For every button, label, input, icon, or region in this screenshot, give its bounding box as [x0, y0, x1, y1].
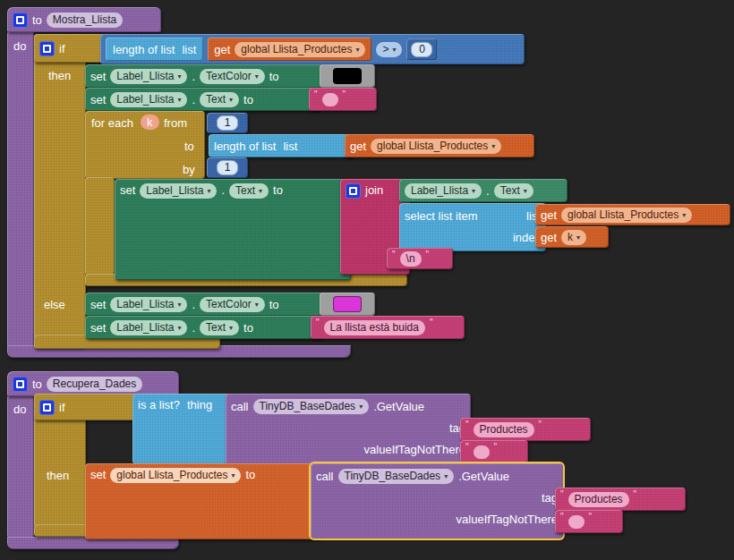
- by-label: by: [183, 163, 195, 176]
- dropdown-arrow-icon: ▾: [177, 70, 181, 83]
- then-label: then: [47, 469, 69, 482]
- component-dropdown[interactable]: Label_Llista ▾: [110, 92, 187, 107]
- color-block[interactable]: [320, 293, 375, 316]
- text-value-field[interactable]: Productes: [474, 422, 534, 437]
- length-of-list-block[interactable]: length of list list: [106, 38, 203, 61]
- method-label: .GetValue: [458, 470, 509, 483]
- empty-text-field[interactable]: [474, 445, 490, 459]
- text-string-block[interactable]: " Productes ": [460, 418, 591, 441]
- number-value[interactable]: 1: [217, 160, 238, 175]
- empty-text-field[interactable]: [322, 93, 338, 106]
- call-getvalue-block[interactable]: call TinyDB_BaseDades ▾ .GetValue tag va…: [226, 394, 471, 465]
- get-label: get: [350, 140, 366, 153]
- text-value-field[interactable]: Productes: [568, 492, 629, 507]
- empty-text-field[interactable]: [568, 515, 585, 529]
- text-value-field[interactable]: \n: [400, 251, 422, 267]
- set-property-block[interactable]: set Label_Llista ▾ . TextColor ▾ to: [85, 64, 330, 88]
- component-dropdown[interactable]: Label_Llista ▾: [110, 320, 187, 335]
- loop-variable-field[interactable]: k: [141, 115, 159, 130]
- procedure-name-field[interactable]: Recupera_Dades: [47, 377, 142, 392]
- mutator-icon[interactable]: [39, 41, 55, 56]
- get-variable-block[interactable]: get global Llista_Productes ▾: [535, 204, 730, 225]
- if-block-header[interactable]: if: [34, 394, 143, 420]
- set-property-block[interactable]: set Label_Llista ▾ . Text ▾ to: [85, 316, 321, 339]
- property-dropdown[interactable]: TextColor ▾: [200, 297, 265, 312]
- if-label: if: [59, 401, 65, 414]
- mutator-icon[interactable]: [39, 400, 55, 415]
- operator-dropdown[interactable]: > ▾: [376, 42, 402, 57]
- mutator-icon[interactable]: [346, 183, 361, 199]
- foreach-do-spine[interactable]: [85, 177, 115, 276]
- get-variable-block[interactable]: get k ▾: [535, 226, 609, 248]
- number-block[interactable]: 1: [207, 157, 248, 178]
- procedure-name-field[interactable]: Mostra_Llista: [47, 13, 123, 28]
- is-a-list-label: is a list?: [138, 398, 180, 412]
- blocks-canvas[interactable]: to Mostra_Llista do if then else length …: [0, 0, 734, 560]
- component-name: Label_Llista: [116, 70, 174, 83]
- thing-param-label: thing: [187, 398, 212, 412]
- proc-mostra-body-spine[interactable]: [7, 30, 34, 351]
- text-string-block[interactable]: " ": [460, 440, 528, 463]
- property-dropdown[interactable]: Text ▾: [200, 92, 239, 107]
- number-value[interactable]: 1: [217, 115, 238, 131]
- set-label: set: [90, 321, 106, 335]
- close-quote: ": [343, 89, 346, 99]
- get-variable-block[interactable]: get global Llista_Productes ▾: [345, 134, 534, 157]
- property-name: Text: [235, 184, 255, 198]
- text-value-field[interactable]: La llista està buida: [324, 320, 425, 335]
- is-a-list-block[interactable]: is a list? thing: [132, 394, 236, 464]
- set-property-block[interactable]: set Label_Llista ▾ . TextColor ▾ to: [85, 293, 330, 316]
- property-dropdown[interactable]: Text ▾: [494, 183, 533, 199]
- number-block[interactable]: 0: [406, 38, 437, 60]
- set-property-block[interactable]: set Label_Llista ▾ . Text ▾ to: [115, 179, 351, 280]
- length-of-list-block[interactable]: length of list list: [209, 134, 354, 157]
- set-global-variable-block[interactable]: set global Llista_Productes ▾ to: [85, 463, 321, 539]
- call-label: call: [231, 400, 249, 413]
- proc-recupera-header[interactable]: to Recupera_Dades: [7, 371, 179, 396]
- foreach-block[interactable]: for each k from to by: [85, 111, 205, 179]
- valueiftagnotthere-param-label: valueIfTagNotThere: [457, 513, 558, 526]
- comparison-block[interactable]: length of list list get global Llista_Pr…: [100, 34, 525, 64]
- mutator-icon[interactable]: [13, 13, 28, 28]
- variable-dropdown[interactable]: k ▾: [561, 230, 586, 245]
- dropdown-arrow-icon: ▾: [355, 43, 359, 56]
- text-string-block[interactable]: " La llista està buida ": [311, 316, 465, 339]
- text-string-block[interactable]: " ": [555, 510, 623, 533]
- component-dropdown[interactable]: Label_Llista ▾: [110, 69, 187, 84]
- call-getvalue-block-selected[interactable]: call TinyDB_BaseDades ▾ .GetValue tag va…: [311, 463, 563, 539]
- variable-dropdown[interactable]: global Llista_Productes ▾: [235, 42, 365, 57]
- component-dropdown[interactable]: TinyDB_BaseDades ▾: [338, 469, 455, 484]
- variable-dropdown[interactable]: global Llista_Productes ▾: [561, 208, 692, 223]
- component-dropdown[interactable]: Label_Llista ▾: [405, 183, 482, 199]
- component-dropdown[interactable]: TinyDB_BaseDades ▾: [253, 399, 370, 414]
- proc-recupera-body-spine[interactable]: [7, 395, 34, 539]
- property-dropdown[interactable]: TextColor ▾: [200, 69, 265, 84]
- variable-dropdown[interactable]: global Llista_Productes ▾: [371, 139, 501, 154]
- close-quote: ": [634, 489, 637, 499]
- property-dropdown[interactable]: Text ▾: [229, 183, 269, 199]
- dropdown-arrow-icon: ▾: [524, 184, 527, 198]
- text-string-block[interactable]: " Productes ": [555, 488, 686, 511]
- set-property-block[interactable]: set Label_Llista ▾ . Text ▾ to: [85, 88, 320, 111]
- set-label: set: [120, 183, 135, 197]
- number-block[interactable]: 1: [207, 113, 248, 133]
- component-dropdown[interactable]: Label_Llista ▾: [140, 183, 217, 199]
- text-string-block[interactable]: " ": [309, 88, 377, 111]
- close-quote: ": [426, 250, 430, 259]
- variable-dropdown[interactable]: global Llista_Productes ▾: [110, 468, 241, 483]
- component-get-block[interactable]: Label_Llista ▾ . Text ▾: [399, 179, 568, 202]
- mutator-icon[interactable]: [13, 377, 28, 392]
- number-value[interactable]: 0: [411, 42, 432, 57]
- for-each-label: for each: [91, 116, 133, 130]
- to-label: to: [245, 468, 255, 481]
- component-dropdown[interactable]: Label_Llista ▾: [110, 297, 187, 312]
- dot-label: .: [192, 321, 195, 335]
- color-swatch[interactable]: [333, 68, 362, 84]
- color-block[interactable]: [320, 64, 375, 88]
- proc-mostra-header[interactable]: to Mostra_Llista: [7, 7, 161, 32]
- get-variable-block[interactable]: get global Llista_Productes ▾: [208, 38, 371, 61]
- text-string-block[interactable]: " \n ": [387, 248, 453, 269]
- property-dropdown[interactable]: Text ▾: [200, 320, 239, 335]
- color-swatch[interactable]: [333, 296, 362, 312]
- select-list-item-block[interactable]: select list item list index: [399, 203, 546, 251]
